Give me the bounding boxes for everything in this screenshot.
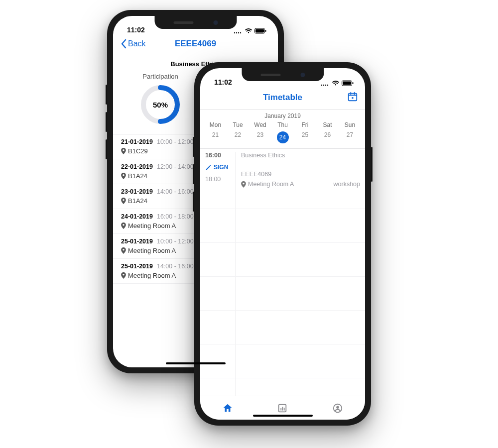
tab-profile[interactable]	[332, 403, 343, 414]
device-notch	[242, 68, 324, 81]
location-pin-icon	[121, 247, 126, 254]
session-time: 16:00 - 18:00	[157, 213, 194, 220]
session-location: B1A24	[128, 197, 147, 205]
page-title: Timetable	[200, 93, 365, 103]
svg-rect-14	[343, 82, 351, 85]
participation-percent: 50%	[139, 83, 182, 126]
session-date: 21-01-2019	[121, 138, 153, 145]
divider	[193, 78, 193, 121]
svg-rect-20	[282, 407, 283, 410]
location-pin-icon	[121, 272, 126, 279]
week-day[interactable]: 22	[227, 129, 249, 145]
week-day[interactable]: 21	[204, 129, 227, 145]
session-time: 14:00 - 16:00	[157, 263, 194, 270]
svg-point-10	[323, 85, 324, 86]
event-location: Meeting Room A	[248, 181, 294, 188]
status-time: 11:02	[127, 26, 145, 34]
svg-rect-16	[349, 94, 357, 101]
svg-rect-5	[255, 29, 264, 33]
svg-point-23	[336, 406, 339, 409]
session-location: Meeting Room A	[128, 272, 176, 279]
session-location: Meeting Room A	[128, 247, 176, 254]
svg-rect-19	[281, 408, 282, 411]
participation-widget: Participation 50%	[128, 73, 193, 126]
wifi-icon	[332, 80, 340, 86]
svg-rect-15	[353, 82, 354, 84]
battery-icon	[254, 28, 267, 34]
participation-donut: 50%	[139, 83, 182, 126]
session-time: 10:00 - 12:00	[157, 138, 194, 145]
back-button[interactable]: Back	[120, 39, 146, 49]
session-date: 22-01-2019	[121, 163, 153, 170]
weekday-label: Sun	[339, 120, 361, 129]
nav-header: Back EEEE4069	[113, 35, 278, 54]
session-date: 25-01-2019	[121, 263, 153, 270]
event-end-time: 18:00	[205, 176, 233, 183]
location-pin-icon	[241, 181, 246, 188]
session-location: B1A24	[128, 172, 147, 180]
weekday-label: Thu	[271, 120, 294, 129]
event-type: workshop	[334, 181, 361, 188]
sign-button[interactable]: SIGN	[205, 164, 233, 171]
status-time: 11:02	[214, 78, 232, 86]
session-date: 24-01-2019	[121, 213, 153, 220]
week-day[interactable]: 26	[316, 129, 339, 145]
session-location: Meeting Room A	[128, 222, 176, 229]
svg-point-17	[352, 97, 354, 99]
tab-home[interactable]	[222, 403, 233, 414]
svg-point-1	[236, 32, 237, 33]
location-pin-icon	[121, 148, 126, 154]
weekday-label: Mon	[204, 120, 227, 129]
week-row: MonTueWedThuFriSatSun21222324252627	[200, 120, 365, 149]
svg-rect-6	[265, 30, 266, 32]
weekday-label: Fri	[294, 120, 316, 129]
tab-stats[interactable]	[277, 403, 288, 414]
svg-point-12	[327, 85, 328, 86]
back-label: Back	[128, 39, 146, 48]
cellular-icon	[234, 28, 243, 34]
weekday-label: Sat	[316, 120, 339, 129]
svg-point-0	[234, 32, 235, 33]
home-indicator[interactable]	[253, 415, 313, 417]
location-pin-icon	[121, 223, 126, 229]
location-pin-icon	[121, 198, 126, 204]
session-date: 23-01-2019	[121, 188, 153, 195]
svg-point-11	[325, 85, 326, 86]
week-day[interactable]: 25	[294, 129, 316, 145]
svg-point-3	[240, 32, 241, 33]
weekday-label: Tue	[227, 120, 249, 129]
week-day[interactable]: 24	[271, 129, 294, 145]
session-location: B1C29	[128, 147, 148, 155]
week-day[interactable]: 27	[339, 129, 361, 145]
agenda[interactable]: 16:00 SIGN 18:00 Business Ethics EEEE406…	[200, 149, 365, 396]
session-time: 14:00 - 16:00	[157, 188, 194, 195]
phone-timetable: 11:02 Timetable January 2019 MonTueWed	[194, 62, 371, 426]
session-time: 10:00 - 12:00	[157, 238, 194, 245]
weekday-label: Wed	[249, 120, 271, 129]
cellular-icon	[321, 80, 330, 86]
event-start-time: 16:00	[205, 152, 233, 159]
session-date: 25-01-2019	[121, 238, 153, 245]
month-label: January 2019	[200, 110, 365, 120]
participation-label: Participation	[128, 73, 193, 80]
svg-point-2	[238, 32, 239, 33]
svg-rect-21	[284, 408, 285, 411]
calendar-button[interactable]	[347, 91, 358, 104]
week-day[interactable]: 23	[249, 129, 271, 145]
home-indicator[interactable]	[166, 362, 226, 364]
session-time: 12:00 - 14:00	[157, 163, 194, 170]
wifi-icon	[245, 28, 252, 34]
device-notch	[154, 16, 237, 29]
nav-header: Timetable	[200, 87, 365, 110]
sign-label: SIGN	[214, 164, 228, 171]
battery-icon	[342, 80, 354, 86]
event-title: Business Ethics	[241, 152, 360, 159]
svg-point-9	[321, 85, 322, 86]
location-pin-icon	[121, 173, 126, 179]
event-code: EEEE4069	[241, 171, 360, 178]
